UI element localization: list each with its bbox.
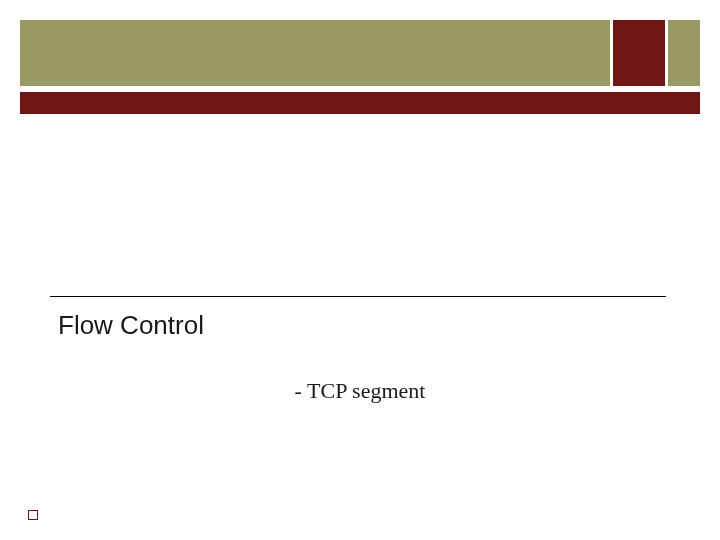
title-divider-line — [50, 296, 666, 297]
corner-square-icon — [28, 510, 38, 520]
band-right-olive — [668, 20, 700, 86]
sub-band-maroon — [20, 92, 700, 114]
band-left-olive — [20, 20, 610, 86]
slide-container: Flow Control - TCP segment — [0, 0, 720, 540]
band-mid-maroon — [610, 20, 668, 86]
header-decorative-band — [20, 20, 700, 86]
slide-title: Flow Control — [58, 310, 204, 341]
slide-subtitle: - TCP segment — [0, 378, 720, 404]
